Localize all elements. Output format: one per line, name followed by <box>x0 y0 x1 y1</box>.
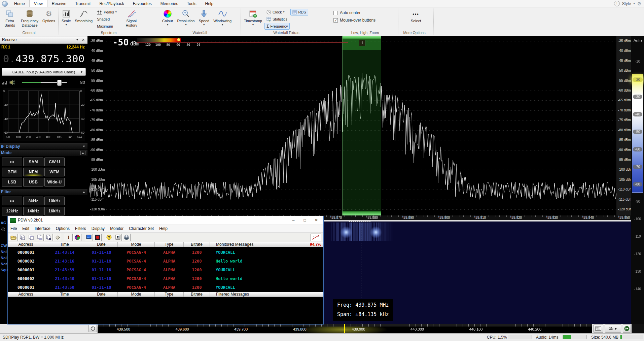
ribbon-tab[interactable]: Home <box>10 0 29 7</box>
range-lower-bound[interactable] <box>632 193 643 193</box>
collapse-ribbon-icon[interactable]: ↕ <box>614 1 620 6</box>
rds-toggle-button[interactable]: RDS <box>290 9 308 15</box>
select-button[interactable]: ••• Select <box>409 8 423 25</box>
column-header-date[interactable]: Date <box>85 242 118 247</box>
speaker-icon[interactable] <box>9 79 16 86</box>
column-header-bitrate[interactable]: Bitrate <box>184 292 210 297</box>
menu-item[interactable]: Options <box>53 226 72 231</box>
smoothing-button[interactable]: Smoothing <box>73 8 95 25</box>
timestamp-button[interactable]: 15 Timestamp ▾ <box>242 8 264 27</box>
monitored-messages-list[interactable]: 0000001 21:43:14 01-11-18 POCSAG-4 ALPHA… <box>8 247 323 292</box>
chevron-down-icon[interactable]: ▼ <box>76 36 79 43</box>
filter-button[interactable]: 16kHz <box>44 207 65 215</box>
mode-button[interactable]: BFM <box>2 168 22 176</box>
close-icon[interactable]: ✕ <box>82 36 85 43</box>
copy-button[interactable] <box>18 234 26 241</box>
spectrum-display[interactable]: -35 dBm-40 dBm-45 dBm-50 dBm-55 dBm-60 d… <box>89 36 616 215</box>
scale-button[interactable]: Scale ▾ <box>60 8 73 27</box>
menu-item[interactable]: Character Set <box>126 226 156 231</box>
peaks-button[interactable]: Peaks ▾ <box>95 9 119 15</box>
receive-panel-titlebar[interactable]: Receive ▼ ✕ <box>0 36 87 44</box>
filtered-messages-list[interactable] <box>8 297 323 324</box>
band-bottom-bar[interactable] <box>343 211 381 215</box>
audio-device-select[interactable]: CABLE Input (VB-Audio Virtual Cable) ▼ <box>2 68 86 76</box>
shaded-button[interactable]: Shaded <box>95 16 119 23</box>
help-button[interactable]: ? <box>105 234 113 241</box>
speed-button[interactable]: Speed ▾ <box>197 8 211 27</box>
minimize-button[interactable]: – <box>288 216 299 225</box>
mode-button[interactable]: SAM <box>23 158 43 166</box>
gear-icon[interactable]: ⚙ <box>637 1 641 6</box>
globe-button[interactable] <box>122 234 131 241</box>
step-multiplier-button[interactable]: x5 ▶ <box>605 325 621 333</box>
mode-button[interactable]: NFM <box>23 168 43 176</box>
frequency-toggle-button[interactable]: Σ Frequency <box>264 23 290 30</box>
menu-item[interactable]: File <box>8 226 20 231</box>
message-row[interactable]: 0000001 21:43:14 01-11-18 POCSAG-4 ALPHA… <box>8 248 323 257</box>
message-row[interactable]: 0000001 21:43:50 01-11-18 POCSAG-4 ALPHA… <box>8 283 323 292</box>
options-button[interactable]: ⚙ Options <box>41 8 57 25</box>
band-frequency-ruler[interactable]: 439.500439.600439.700439.800439.900440.0… <box>98 324 592 333</box>
column-header-date[interactable]: Date <box>85 292 118 297</box>
column-header-mode[interactable]: Mode <box>118 292 155 297</box>
column-header-time[interactable]: Time <box>44 292 85 297</box>
alert-button[interactable]: ! <box>65 234 73 241</box>
ribbon-tab[interactable]: Tools <box>183 0 201 7</box>
style-dropdown[interactable]: Style <box>622 1 631 6</box>
waterfall-range-slider[interactable]: Auto -10-20-30-40-50-60-70-80-90-100-110… <box>631 36 644 324</box>
filtered-table-header[interactable]: Address Time Date Mode Type Bitrate Filt… <box>8 292 323 297</box>
copy-all-button[interactable] <box>36 234 44 241</box>
fast-forward-button[interactable] <box>623 325 631 333</box>
ribbon-tab[interactable]: Memories <box>156 0 183 7</box>
ribbon-tab[interactable]: View <box>29 0 47 7</box>
monitored-table-header[interactable]: Address Time Date Mode Type Bitrate Moni… <box>8 242 323 247</box>
volume-slider[interactable] <box>22 82 67 83</box>
monitor-button[interactable] <box>85 234 93 241</box>
column-header-address[interactable]: Address <box>8 292 44 297</box>
filter-button[interactable]: 14kHz <box>23 207 43 215</box>
frequency-database-button[interactable]: Frequency Database <box>19 8 40 29</box>
auto-center-checkbox[interactable]: Auto center <box>333 9 360 16</box>
menu-item[interactable]: Help <box>156 226 170 231</box>
ribbon-tab[interactable]: Favourites <box>129 0 156 7</box>
auto-range-button[interactable]: Auto <box>631 38 644 43</box>
message-row[interactable]: 0000002 21:43:40 01-11-18 POCSAG-4 ALPHA… <box>8 274 323 283</box>
menu-item[interactable]: Interface <box>32 226 53 231</box>
filter-button[interactable]: ••• <box>2 197 22 205</box>
range-upper-handle[interactable]: -20 <box>631 77 644 82</box>
rx-marker-badge[interactable]: 1 <box>359 40 365 46</box>
mode-button[interactable]: Wide-U <box>44 178 65 186</box>
statistics-pie-button[interactable] <box>73 234 81 241</box>
mode-button[interactable]: LSB <box>2 178 22 186</box>
colour-button[interactable]: Colour ▾ <box>160 8 175 27</box>
volume-slider-handle[interactable] <box>57 80 62 86</box>
ribbon-tab[interactable]: Help <box>201 0 218 7</box>
waterfall-colorbar[interactable] <box>137 38 181 42</box>
menu-item[interactable]: Display <box>89 226 107 231</box>
extra-bands-button[interactable]: Extra Bands <box>1 8 19 29</box>
maximum-button[interactable]: Maximum <box>95 23 119 30</box>
tuned-signal-band[interactable]: 1 <box>342 36 381 215</box>
ribbon-tab[interactable]: Rec/Playback <box>95 0 128 7</box>
menu-item[interactable]: Edit <box>20 226 32 231</box>
filter-button[interactable]: 12kHz <box>2 207 22 215</box>
close-button[interactable]: ✕ <box>311 216 322 225</box>
mouse-over-buttons-checkbox[interactable]: ✓ Mouse-over buttons <box>333 17 375 24</box>
resolution-button[interactable]: Resolution ▾ <box>175 8 196 27</box>
pdw-titlebar[interactable]: PDW v3.2b01 – □ ✕ <box>8 216 323 225</box>
column-header-address[interactable]: Address <box>8 242 44 247</box>
chevron-up-icon[interactable]: ▲ <box>82 189 85 195</box>
eraser-button[interactable] <box>53 234 61 241</box>
if-display-section-header[interactable]: IF Display ▼ <box>0 143 87 149</box>
radio-button-icon[interactable] <box>1 228 5 231</box>
band-history-button[interactable] <box>88 325 97 332</box>
open-folder-button[interactable] <box>9 234 17 241</box>
chevron-up-icon[interactable]: ▲ <box>80 151 85 155</box>
signal-history-button[interactable]: Signal History <box>119 8 144 29</box>
chevron-down-icon[interactable]: ▼ <box>82 144 85 149</box>
colorbar-marker-dot[interactable] <box>177 38 180 41</box>
level-bars-icon[interactable] <box>2 80 7 85</box>
message-row[interactable]: 0000002 21:43:16 01-11-18 POCSAG-4 ALPHA… <box>8 257 323 266</box>
windowing-button[interactable]: Windowing ▾ <box>212 8 233 27</box>
mode-button[interactable]: USB <box>23 178 43 186</box>
